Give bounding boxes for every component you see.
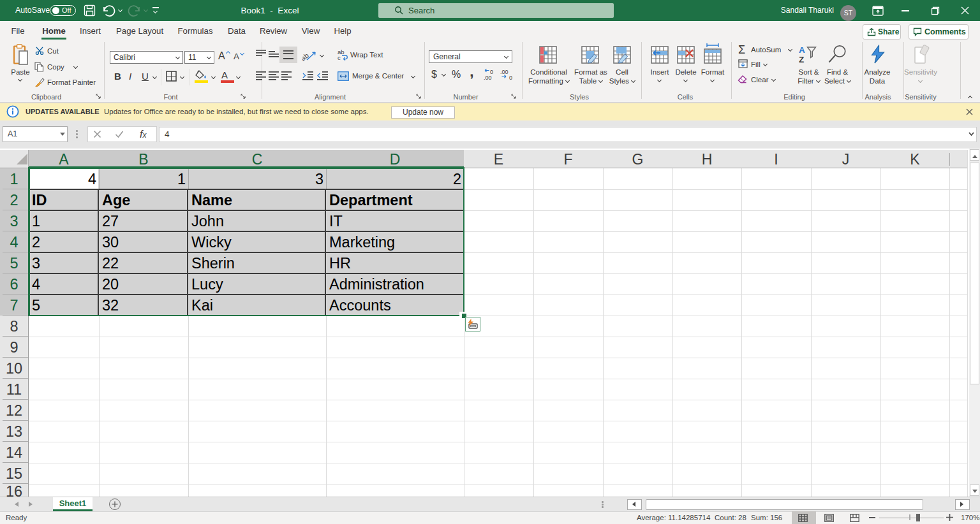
svg-text:.00: .00 (500, 69, 509, 75)
svg-text:.00: .00 (484, 75, 492, 80)
svg-text:c: c (338, 54, 341, 61)
svg-text:A: A (799, 45, 805, 55)
svg-text:Z: Z (799, 55, 804, 64)
svg-text:0: 0 (509, 75, 512, 80)
svg-text:0: 0 (490, 69, 493, 75)
svg-text:ab: ab (302, 52, 310, 62)
